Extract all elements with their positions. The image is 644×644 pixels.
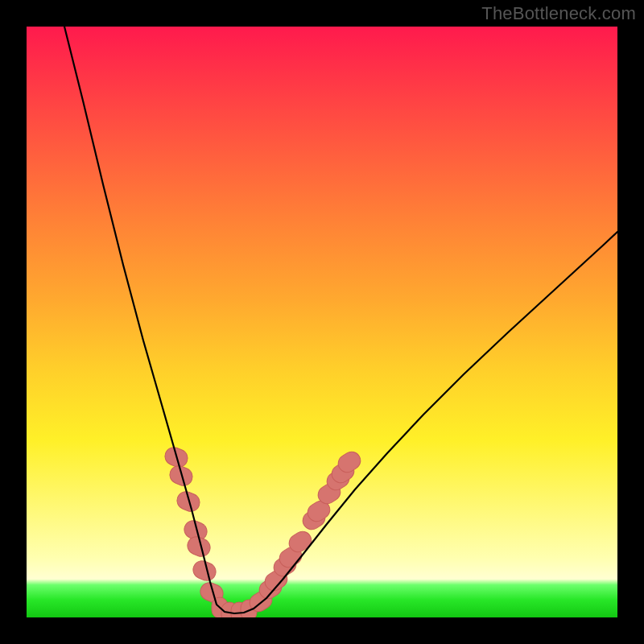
marker-group [163,444,364,617]
watermark-text: TheBottleneck.com [481,3,636,24]
plot-area [27,27,617,617]
bottleneck-curve [64,27,617,613]
chart-svg [27,27,617,617]
outer-frame: TheBottleneck.com [0,0,644,644]
curve-marker [175,489,203,514]
